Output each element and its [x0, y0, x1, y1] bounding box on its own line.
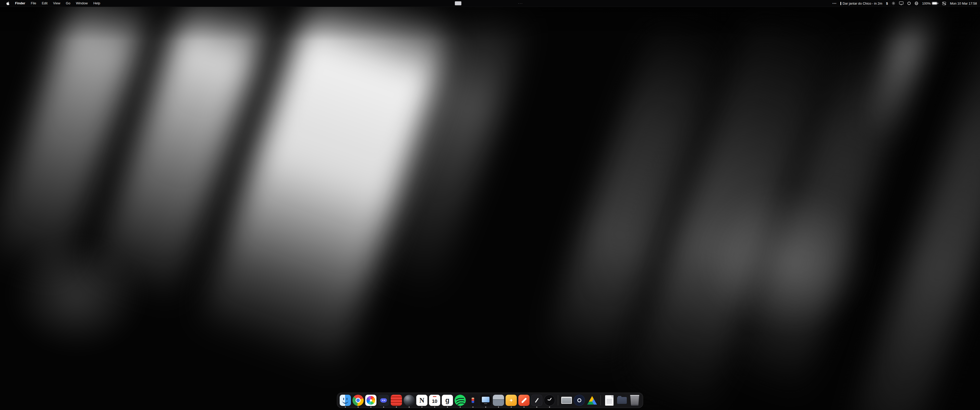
- dock-photos-grid[interactable]: [365, 395, 376, 406]
- red-striped-app-icon: [391, 395, 402, 406]
- dock-pen-app[interactable]: [518, 395, 530, 406]
- clock-dial-app-icon: [544, 395, 555, 406]
- document-icon: [605, 395, 614, 406]
- notion-letter: N: [416, 395, 428, 406]
- apple-menu[interactable]: [3, 2, 12, 5]
- dock-granola[interactable]: g: [442, 395, 453, 406]
- menu-help[interactable]: Help: [91, 0, 103, 6]
- menu-window[interactable]: Window: [73, 0, 90, 6]
- wallpaper: [0, 0, 980, 410]
- notion-icon: N: [416, 395, 428, 406]
- menu-bar-left: Finder File Edit View Go Window Help: [0, 0, 103, 6]
- dock: N 10 g: [337, 393, 643, 408]
- overflow-menu[interactable]: •••: [832, 2, 837, 5]
- hidden-items-indicator[interactable]: ···: [518, 0, 523, 6]
- menu-bar-status: ••• Dar jantar do Chico - in 2m $ 100%: [832, 2, 980, 5]
- dock-google-drive[interactable]: [587, 395, 598, 406]
- globe-menu-icon[interactable]: [915, 2, 918, 5]
- athlete-app-icon: [467, 395, 479, 406]
- dock-tv-app[interactable]: [480, 395, 491, 406]
- dock-folder[interactable]: [616, 395, 628, 406]
- granola-icon: g: [442, 395, 453, 406]
- dock-dark-sphere-app[interactable]: [404, 395, 415, 406]
- dock-athlete-app[interactable]: [467, 395, 479, 406]
- dark-sphere-app-icon: [404, 395, 415, 406]
- dark-slash-app-icon: [531, 395, 542, 406]
- dock-trash[interactable]: [629, 395, 640, 406]
- dock-notion[interactable]: N: [416, 395, 428, 406]
- discord-icon: [378, 395, 389, 406]
- trash-icon: [630, 395, 640, 406]
- spotify-icon: [455, 395, 466, 406]
- dock-discord[interactable]: [378, 395, 389, 406]
- dock-separator: [558, 395, 558, 405]
- dock-chrome[interactable]: [352, 395, 364, 406]
- tv-screen-app-icon: [480, 395, 491, 406]
- calendar-day-number: 10: [429, 395, 440, 407]
- folder-icon: [617, 397, 627, 404]
- dock-document-file[interactable]: [604, 395, 615, 406]
- menu-file[interactable]: File: [28, 0, 39, 6]
- apple-logo-icon: [6, 2, 10, 5]
- dock-red-app[interactable]: [391, 395, 402, 406]
- control-center-icon[interactable]: [942, 2, 946, 5]
- menu-bar: Finder File Edit View Go Window Help ···…: [0, 0, 980, 7]
- orange-pen-app-icon: [518, 395, 530, 406]
- menu-clock[interactable]: Mon 10 Mar 17:58: [950, 2, 977, 5]
- dock-dark-slash-app[interactable]: [531, 395, 542, 406]
- ring-menu-icon[interactable]: [907, 2, 911, 5]
- menu-view[interactable]: View: [50, 0, 63, 6]
- yellow-star-app-icon: [506, 395, 517, 406]
- battery-icon: [932, 2, 939, 5]
- wallpaper-shade: [0, 0, 980, 410]
- dock-separator: [600, 395, 601, 405]
- display-menu-icon[interactable]: [899, 2, 904, 5]
- dock-area: N 10 g: [0, 393, 980, 408]
- calendar-icon: 10: [429, 395, 440, 406]
- finder-icon: [340, 395, 351, 406]
- now-playing-widget[interactable]: [455, 1, 461, 5]
- menu-edit[interactable]: Edit: [39, 0, 50, 6]
- event-text: Dar jantar do Chico - in 2m: [843, 2, 882, 5]
- event-color-bar: [840, 2, 841, 5]
- gray-box-app-icon: [493, 395, 504, 406]
- google-drive-icon: [587, 396, 597, 405]
- dock-yellow-app[interactable]: [506, 395, 517, 406]
- dollar-menu-icon[interactable]: $: [886, 2, 888, 5]
- desktop: Finder File Edit View Go Window Help ···…: [0, 0, 980, 410]
- athlete-figure: [472, 398, 474, 403]
- battery-percent: 100%: [922, 2, 931, 5]
- dock-box-app[interactable]: [493, 395, 504, 406]
- colorful-pinwheel-icon: [365, 395, 376, 406]
- menu-go[interactable]: Go: [63, 0, 73, 6]
- dock-calendar[interactable]: 10: [429, 395, 440, 406]
- dock-password-app[interactable]: [574, 395, 585, 406]
- battery-indicator[interactable]: 100%: [922, 2, 939, 5]
- dock-screenshot-thumbnail[interactable]: [561, 395, 572, 406]
- calendar-event-item[interactable]: Dar jantar do Chico - in 2m: [840, 2, 882, 5]
- chrome-icon: [352, 395, 364, 406]
- dock-finder[interactable]: [340, 395, 351, 406]
- dock-spotify[interactable]: [455, 395, 466, 406]
- dock-clock-app[interactable]: [544, 395, 555, 406]
- menu-finder[interactable]: Finder: [12, 0, 28, 6]
- gear-menu-icon[interactable]: [892, 2, 895, 5]
- screenshot-thumbnail: [561, 397, 572, 404]
- password-ring-icon: [574, 395, 585, 406]
- granola-letter: g: [442, 395, 453, 406]
